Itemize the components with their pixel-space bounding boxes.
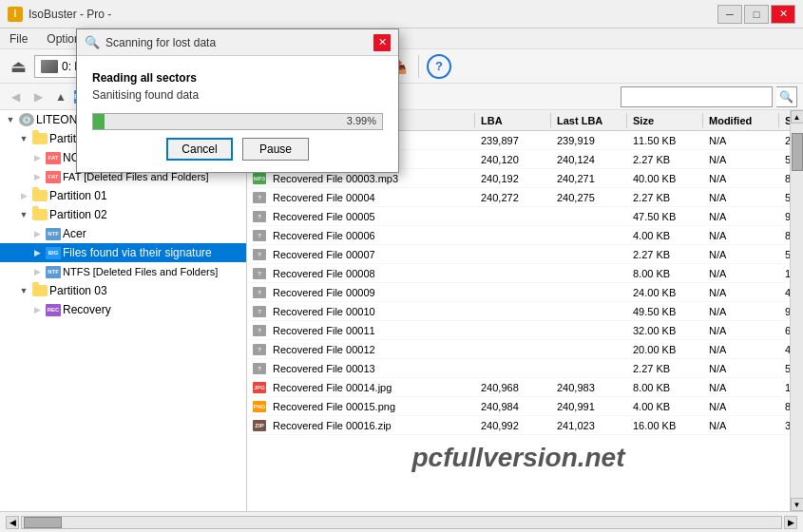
expand-recovery[interactable]: ▶ bbox=[30, 303, 44, 316]
file-cell-blocks: 95 bbox=[779, 211, 790, 222]
search-button[interactable]: 🔍 bbox=[776, 86, 797, 107]
expand-ntfs-del[interactable]: ▶ bbox=[30, 265, 44, 278]
fat-small-icon: FAT bbox=[46, 151, 61, 164]
progress-label: 3.99% bbox=[347, 115, 376, 126]
expand-part00[interactable]: ▼ bbox=[17, 132, 30, 145]
table-row[interactable]: ? Recovered File 00004 240,272 240,275 2… bbox=[247, 188, 790, 207]
file-type-icon: ? bbox=[253, 287, 266, 298]
expand-fat[interactable]: ▶ bbox=[30, 170, 44, 183]
file-cell-lastlba: 240,275 bbox=[551, 192, 627, 203]
h-scrollbar-thumb[interactable] bbox=[24, 517, 62, 528]
file-cell-blocks: 40 bbox=[779, 344, 790, 355]
col-header-blocks[interactable]: Size (Blocks) bbox=[779, 113, 790, 128]
file-cell-lba: 240,984 bbox=[475, 401, 551, 412]
toolbar-eject-icon[interactable]: ⏏ bbox=[6, 54, 30, 79]
ntfs-icon: NTF bbox=[46, 265, 61, 278]
tree-label-acer: Acer bbox=[63, 227, 86, 240]
dialog-title-icon: 🔍 bbox=[85, 35, 100, 49]
file-cell-blocks: 64 bbox=[779, 325, 790, 336]
file-type-icon: ? bbox=[253, 192, 266, 203]
table-row[interactable]: ? Recovered File 00013 2.27 KB N/A 5 bbox=[247, 359, 790, 378]
table-row[interactable]: ? Recovered File 00006 4.00 KB N/A 8 bbox=[247, 226, 790, 245]
file-cell-blocks: 23 bbox=[779, 135, 790, 146]
file-cell-lastlba: 240,124 bbox=[551, 154, 627, 165]
file-cell-blocks: 5 bbox=[779, 192, 790, 203]
col-header-modified[interactable]: Modified bbox=[703, 113, 779, 128]
tree-item-acer[interactable]: ▶ NTF Acer bbox=[0, 224, 246, 243]
tree-item-part02[interactable]: ▼ Partition 02 bbox=[0, 205, 246, 224]
table-row[interactable]: ? Recovered File 00009 24.00 KB N/A 48 bbox=[247, 283, 790, 302]
col-header-size[interactable]: Size bbox=[627, 113, 703, 128]
col-header-lba[interactable]: LBA bbox=[475, 113, 551, 128]
pause-button[interactable]: Pause bbox=[242, 138, 309, 161]
file-cell-size: 11.50 KB bbox=[627, 135, 703, 146]
minimize-button[interactable]: ─ bbox=[717, 5, 742, 24]
col-header-lastlba[interactable]: Last LBA bbox=[551, 113, 627, 128]
table-row[interactable]: ? Recovered File 00008 8.00 KB N/A 16 bbox=[247, 264, 790, 283]
file-type-icon: ? bbox=[253, 211, 266, 222]
tree-item-sig-files[interactable]: ▶ BIG Files found via their signature bbox=[0, 243, 246, 262]
file-cell-lastlba: 239,919 bbox=[551, 135, 627, 146]
progress-bar-fill bbox=[93, 114, 105, 129]
table-row[interactable]: JPG Recovered File 00014.jpg 240,968 240… bbox=[247, 378, 790, 397]
v-scroll-down[interactable]: ▼ bbox=[791, 498, 804, 511]
file-name: Recovered File 00008 bbox=[273, 268, 375, 279]
window-controls: ─ □ ✕ bbox=[717, 5, 795, 24]
cancel-button[interactable]: Cancel bbox=[166, 138, 233, 161]
file-name: Recovered File 00005 bbox=[273, 211, 375, 222]
dialog-close-button[interactable]: ✕ bbox=[373, 34, 391, 51]
expand-root[interactable]: ▼ bbox=[4, 113, 17, 126]
table-row[interactable]: ? Recovered File 00007 2.27 KB N/A 5 bbox=[247, 245, 790, 264]
dialog-body: Reading all sectors Sanitising found dat… bbox=[77, 56, 398, 172]
tree-item-part03[interactable]: ▼ Partition 03 bbox=[0, 281, 246, 300]
menu-file[interactable]: File bbox=[4, 30, 33, 48]
file-type-icon: ZIP bbox=[253, 420, 266, 431]
nav-up-button[interactable]: ▲ bbox=[51, 87, 70, 106]
tree-item-ntfs-deleted[interactable]: ▶ NTF NTFS [Deleted Files and Folders] bbox=[0, 262, 246, 281]
file-cell-blocks: 32 bbox=[779, 420, 790, 431]
table-row[interactable]: PNG Recovered File 00015.png 240,984 240… bbox=[247, 397, 790, 416]
expand-noname[interactable]: ▶ bbox=[30, 151, 44, 164]
help-icon[interactable]: ? bbox=[427, 54, 451, 79]
file-cell-name: PNG Recovered File 00015.png bbox=[247, 401, 475, 412]
app-title: IsoBuster - Pro - bbox=[29, 8, 111, 21]
table-row[interactable]: ? Recovered File 00011 32.00 KB N/A 64 bbox=[247, 321, 790, 340]
nav-back-button[interactable]: ◀ bbox=[6, 87, 25, 106]
file-cell-size: 2.27 KB bbox=[627, 192, 703, 203]
table-row[interactable]: ZIP Recovered File 00016.zip 240,992 241… bbox=[247, 416, 790, 435]
file-type-icon: ? bbox=[253, 344, 266, 355]
file-cell-name: JPG Recovered File 00014.jpg bbox=[247, 382, 475, 393]
h-scroll-left[interactable]: ◀ bbox=[6, 516, 19, 529]
expand-acer[interactable]: ▶ bbox=[30, 227, 44, 240]
toolbar-separator-3 bbox=[418, 55, 419, 78]
table-row[interactable]: ? Recovered File 00010 49.50 KB N/A 99 bbox=[247, 302, 790, 321]
file-cell-blocks: 99 bbox=[779, 306, 790, 317]
tree-item-part01[interactable]: ▶ Partition 01 bbox=[0, 186, 246, 205]
maximize-button[interactable]: □ bbox=[744, 5, 769, 24]
tree-label-part02: Partition 02 bbox=[49, 208, 107, 221]
tree-item-recovery[interactable]: ▶ REC Recovery bbox=[0, 300, 246, 319]
file-cell-blocks: 5 bbox=[779, 154, 790, 165]
h-scroll-right[interactable]: ▶ bbox=[784, 516, 797, 529]
search-input[interactable] bbox=[625, 91, 768, 103]
nav-forward-button[interactable]: ▶ bbox=[29, 87, 48, 106]
close-button[interactable]: ✕ bbox=[771, 5, 795, 24]
file-cell-lba: 240,992 bbox=[475, 420, 551, 431]
file-cell-size: 2.27 KB bbox=[627, 249, 703, 260]
expand-sig[interactable]: ▶ bbox=[30, 246, 44, 259]
dialog-heading: Reading all sectors bbox=[92, 71, 383, 85]
table-row[interactable]: ? Recovered File 00012 20.00 KB N/A 40 bbox=[247, 340, 790, 359]
file-type-icon: PNG bbox=[253, 401, 266, 412]
table-row[interactable]: ? Recovered File 00005 47.50 KB N/A 95 bbox=[247, 207, 790, 226]
watermark: pcfullversion.net bbox=[411, 443, 624, 473]
v-scroll-up[interactable]: ▲ bbox=[791, 110, 804, 124]
expand-part03[interactable]: ▼ bbox=[17, 284, 30, 297]
tree-label-sig: Files found via their signature bbox=[63, 246, 212, 259]
file-cell-modified: N/A bbox=[703, 325, 779, 336]
file-cell-name: ? Recovered File 00006 bbox=[247, 230, 475, 241]
expand-part02[interactable]: ▼ bbox=[17, 208, 30, 221]
file-cell-size: 47.50 KB bbox=[627, 211, 703, 222]
file-cell-modified: N/A bbox=[703, 287, 779, 298]
expand-part01[interactable]: ▶ bbox=[17, 189, 30, 202]
v-scroll-thumb[interactable] bbox=[792, 133, 803, 171]
